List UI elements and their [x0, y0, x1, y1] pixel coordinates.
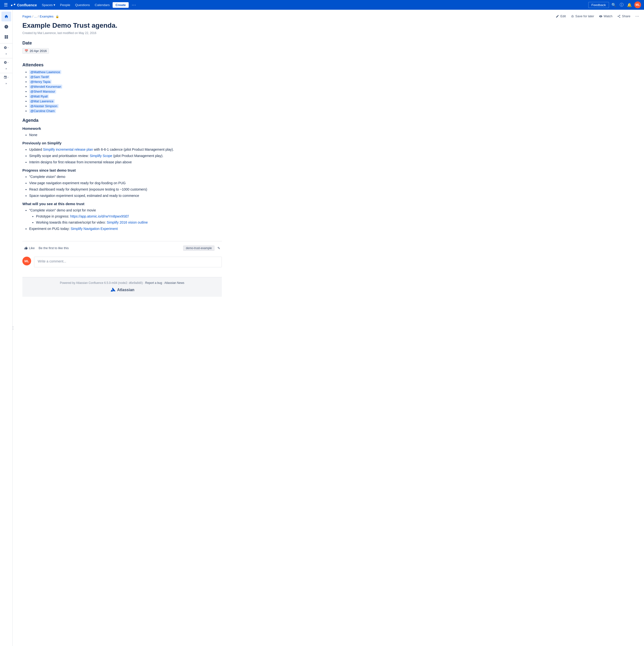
sidebar-gear1-button[interactable] [3, 45, 9, 50]
previously-heading: Previously on Simplify [22, 141, 222, 145]
list-item: Interim designs for first release from i… [29, 160, 222, 165]
vision-outline-link[interactable]: Simplify 2016 vision outline [107, 220, 148, 224]
comment-input[interactable]: Write a comment... [34, 257, 222, 267]
save-for-later-button[interactable]: Save for later [569, 13, 596, 19]
list-item: Working towards this narrative/script fo… [36, 220, 222, 225]
sidebar-recent-icon[interactable] [1, 22, 11, 31]
breadcrumb-current[interactable]: Examples [39, 15, 54, 18]
date-value: 📅 20 Apr 2016 [22, 48, 49, 54]
sidebar-divider3 [0, 73, 12, 73]
sidebar-spaces-icon[interactable] [1, 32, 11, 42]
help-button[interactable]: ⓘ [619, 1, 625, 8]
sidebar-gear1-group [3, 45, 9, 50]
confluence-logo: Confluence [11, 2, 37, 7]
list-item: "Complete vision" demo [29, 174, 222, 179]
list-item: @Sherif Mansour [29, 89, 222, 94]
site-footer-text: Powered by Atlassian Confluence 6.5.0-m0… [26, 281, 218, 285]
hamburger-button[interactable]: ☰ [3, 1, 9, 8]
list-item: @Alastair Simpson [29, 104, 222, 108]
attendee-sam[interactable]: @Sam Tardif [29, 75, 50, 79]
sidebar-gear3-button[interactable] [3, 75, 9, 80]
simplify-scope-link[interactable]: Simplify Scope [90, 154, 112, 158]
what-list: "Complete vision" demo and script for mo… [22, 208, 222, 231]
sidebar-expand2-button[interactable]: » [1, 66, 11, 72]
label-badge[interactable]: demo-trust-example [183, 245, 214, 251]
sidebar-expand1-button[interactable]: » [1, 51, 11, 57]
lock-icon: 🔒 [56, 15, 59, 18]
homework-list: None [22, 132, 222, 137]
agenda-heading: Agenda [22, 118, 222, 123]
atlassian-logo: Atlassian [26, 287, 218, 293]
notifications-button[interactable]: 🔔 [626, 2, 633, 8]
more-actions-button[interactable]: ⋯ [633, 13, 641, 20]
atlassian-news-link[interactable]: Atlassian News [164, 281, 184, 285]
questions-nav[interactable]: Questions [73, 2, 92, 8]
search-button[interactable]: 🔍 [611, 2, 617, 8]
list-item: @Henry Tapia [29, 80, 222, 84]
edit-button[interactable]: Edit [554, 13, 568, 19]
prototype-link[interactable]: https://app.atomic.io/d/rwYm8pwx9SEf [70, 214, 129, 218]
label-edit-button[interactable]: ✎ [216, 246, 222, 250]
topnav-right: Feedback 🔍 ⓘ 🔔 ML [588, 1, 641, 8]
sidebar-gear3-group [3, 75, 9, 80]
page-actions-bar: Edit Save for later Watch Share ⋯ [554, 13, 641, 20]
sidebar-expand3-button[interactable]: » [1, 81, 11, 86]
topnav: ☰ Confluence Spaces ▾ People Questions C… [0, 0, 644, 10]
attendee-matthew[interactable]: @Matthew Lawrence [29, 70, 61, 74]
watch-button[interactable]: Watch [597, 13, 614, 19]
list-item: Updated Simplify incremental release pla… [29, 147, 222, 152]
create-button[interactable]: Create [113, 2, 129, 8]
progress-list: "Complete vision" demo View page navigat… [22, 174, 222, 198]
progress-heading: Progress since last demo trust [22, 168, 222, 172]
like-section: Like Be the first to like this [22, 245, 69, 251]
list-item: Space navigation experiment scoped, esti… [29, 193, 222, 198]
list-item: View page navigation experiment ready fo… [29, 181, 222, 186]
attendee-matt[interactable]: @Matt Ryall [29, 94, 49, 98]
like-button[interactable]: Like [22, 245, 37, 251]
sidebar-gear2-button[interactable] [3, 60, 9, 65]
report-bug-link[interactable]: Report a bug [145, 281, 162, 285]
sidebar-divider1 [0, 43, 12, 43]
page-title: Example Demo Trust agenda. [22, 21, 222, 30]
list-item: @Caroline Cham [29, 109, 222, 113]
attendee-alastair[interactable]: @Alastair Simpson [29, 104, 59, 108]
site-footer: Powered by Atlassian Confluence 6.5.0-m0… [22, 277, 222, 297]
user-avatar[interactable]: ML [634, 1, 641, 8]
atlassian-logo-icon [110, 287, 115, 293]
sidebar-home-icon[interactable] [1, 12, 11, 21]
attendees-list: @Matthew Lawrence @Sam Tardif @Henry Tap… [22, 70, 222, 113]
label-section: demo-trust-example ✎ [183, 245, 222, 251]
previously-list: Updated Simplify incremental release pla… [22, 147, 222, 165]
share-button[interactable]: Share [615, 13, 632, 19]
page-meta: Created by Mat Lawrence, last modified o… [22, 31, 222, 35]
breadcrumb-pages[interactable]: Pages [22, 15, 31, 18]
star-icon [571, 15, 574, 18]
simplify-incremental-link[interactable]: Simplify incremental release plan [43, 147, 93, 151]
list-item: Simplify scope and prioritisation review… [29, 153, 222, 158]
spaces-nav[interactable]: Spaces ▾ [40, 2, 57, 8]
attendee-mat[interactable]: @Mat Lawrence [29, 99, 55, 103]
what-sublist: Prototype in progress: https://app.atomi… [29, 214, 222, 225]
list-item: React dashboard ready for deployment (ex… [29, 187, 222, 192]
share-icon [617, 15, 621, 18]
breadcrumb: Pages / ... / Examples 🔒 [22, 15, 222, 18]
attendee-sherif[interactable]: @Sherif Mansour [29, 89, 56, 94]
calendars-nav[interactable]: Calendars [93, 2, 112, 8]
confluence-logo-icon [11, 2, 16, 7]
sidebar-left: » » » [0, 10, 13, 307]
simplify-nav-link[interactable]: Simplify Navigation Experiment [71, 227, 118, 231]
attendee-wendell[interactable]: @Wendell Keuneman [29, 85, 62, 89]
calendar-icon: 📅 [24, 49, 28, 53]
list-item: @Mat Lawrence [29, 99, 222, 103]
attendee-henry[interactable]: @Henry Tapia [29, 80, 52, 84]
date-heading: Date [22, 40, 222, 46]
list-item: "Complete vision" demo and script for mo… [29, 208, 222, 225]
thumbs-up-icon [24, 246, 28, 250]
people-nav[interactable]: People [58, 2, 72, 8]
eye-icon [599, 15, 603, 18]
comment-section: ML Write a comment... [22, 257, 222, 267]
more-nav-button[interactable]: ⋯ [129, 1, 138, 8]
breadcrumb-dots[interactable]: ... [34, 15, 37, 18]
attendee-caroline[interactable]: @Caroline Cham [29, 109, 56, 113]
feedback-button[interactable]: Feedback [588, 2, 609, 8]
